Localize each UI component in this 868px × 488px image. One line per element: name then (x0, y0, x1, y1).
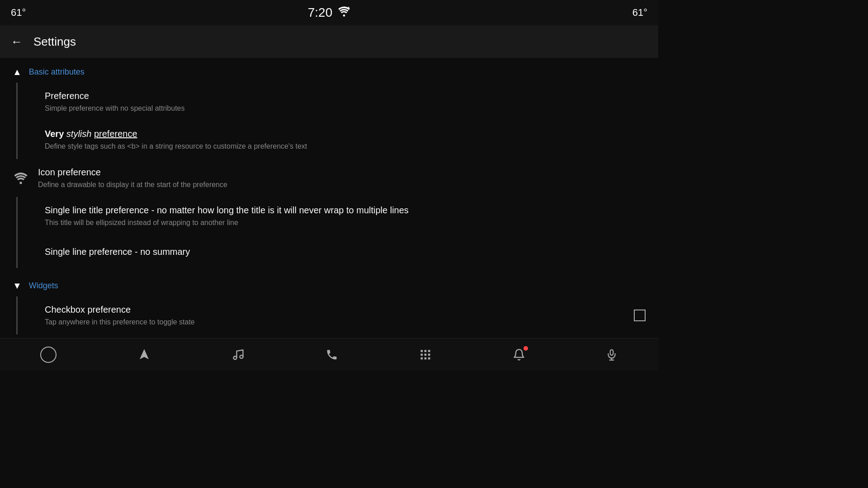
stylish-preference-summary: Define style tags such as <b> in a strin… (45, 141, 646, 151)
no-summary-content: Single line preference - no summary (45, 246, 646, 258)
list-item[interactable]: Preference Simple preference with no spe… (16, 83, 658, 121)
svg-rect-6 (428, 350, 430, 352)
svg-rect-10 (420, 357, 423, 359)
nav-item-navigation[interactable] (128, 343, 160, 367)
preference-summary: Simple preference with no special attrib… (45, 103, 646, 113)
stylish-preference-title: Very stylish preference (45, 128, 646, 140)
basic-attributes-title: Basic attributes (29, 67, 85, 77)
svg-rect-4 (420, 350, 423, 352)
phone-icon (326, 348, 338, 361)
icon-preference-summary: Define a drawable to display it at the s… (38, 180, 646, 190)
home-icon (40, 347, 57, 363)
widgets-section-header[interactable]: ▼ Widgets (0, 272, 658, 296)
notification-badge (524, 346, 528, 351)
wifi-pref-icon (13, 172, 29, 184)
settings-header: ← Settings (0, 25, 658, 58)
widgets-chevron[interactable]: ▼ (13, 281, 22, 291)
no-summary-title: Single line preference - no summary (45, 246, 646, 258)
svg-point-2 (234, 356, 237, 359)
single-line-title-summary: This title will be ellipsized instead of… (45, 218, 646, 228)
svg-rect-8 (424, 353, 426, 356)
music-icon (232, 348, 245, 361)
svg-rect-11 (424, 357, 426, 359)
nav-item-apps[interactable] (410, 343, 441, 366)
nav-item-home[interactable] (31, 341, 66, 368)
single-line-title-content: Single line title preference - no matter… (45, 204, 646, 228)
list-item[interactable]: Icon preference Define a drawable to dis… (0, 159, 658, 197)
basic-attributes-chevron[interactable]: ▲ (13, 67, 22, 77)
apps-icon (419, 348, 432, 361)
svg-rect-7 (420, 353, 423, 356)
nav-item-microphone[interactable] (597, 343, 627, 367)
single-line-title: Single line title preference - no matter… (45, 204, 623, 216)
status-bar: 61° 7:20 61° (0, 0, 658, 25)
list-item[interactable]: Single line title preference - no matter… (16, 197, 658, 235)
svg-point-0 (343, 14, 345, 17)
navigation-bar (0, 338, 658, 371)
checkbox-preference-summary: Tap anywhere in this preference to toggl… (45, 317, 627, 327)
nav-item-notifications[interactable] (504, 343, 534, 367)
basic-attributes-section-header[interactable]: ▲ Basic attributes (0, 58, 658, 83)
svg-point-1 (19, 182, 22, 184)
stylish-preference-content: Very stylish preference Define style tag… (45, 128, 646, 151)
nav-item-phone[interactable] (316, 343, 347, 366)
preference-title: Preference (45, 90, 646, 102)
widgets-title: Widgets (29, 281, 58, 291)
temperature-left: 61° (11, 7, 26, 19)
svg-rect-5 (424, 350, 426, 352)
back-arrow-icon: ← (11, 35, 23, 49)
widgets-list: Checkbox preference Tap anywhere in this… (0, 296, 658, 334)
basic-attributes-list: Preference Simple preference with no spe… (0, 83, 658, 268)
svg-rect-12 (428, 357, 430, 359)
microphone-icon (606, 348, 618, 361)
checkbox-preference-content: Checkbox preference Tap anywhere in this… (45, 304, 627, 327)
svg-rect-13 (610, 350, 613, 355)
nav-item-music[interactable] (223, 343, 254, 367)
list-item[interactable]: Single line preference - no summary (16, 235, 658, 268)
section-separator (0, 268, 658, 272)
icon-preference-title: Icon preference (38, 166, 646, 178)
settings-content: ▲ Basic attributes Preference Simple pre… (0, 58, 658, 338)
list-item[interactable]: Checkbox preference Tap anywhere in this… (16, 296, 658, 334)
list-item[interactable]: Very stylish preference Define style tag… (16, 121, 658, 159)
preference-content: Preference Simple preference with no spe… (45, 90, 646, 113)
checkbox[interactable] (634, 310, 646, 321)
temperature-right: 61° (632, 7, 647, 19)
checkbox-preference-title: Checkbox preference (45, 304, 627, 315)
status-bar-center: 7:20 (308, 5, 351, 20)
time-display: 7:20 (308, 5, 333, 20)
checkbox-widget[interactable] (634, 310, 646, 321)
svg-point-3 (240, 355, 243, 358)
bell-icon (513, 348, 525, 361)
svg-rect-9 (428, 353, 430, 356)
icon-preference-content: Icon preference Define a drawable to dis… (38, 166, 646, 190)
wifi-icon (338, 5, 350, 20)
navigation-icon (137, 348, 151, 361)
back-button[interactable]: ← (11, 35, 23, 49)
page-title: Settings (33, 35, 76, 49)
